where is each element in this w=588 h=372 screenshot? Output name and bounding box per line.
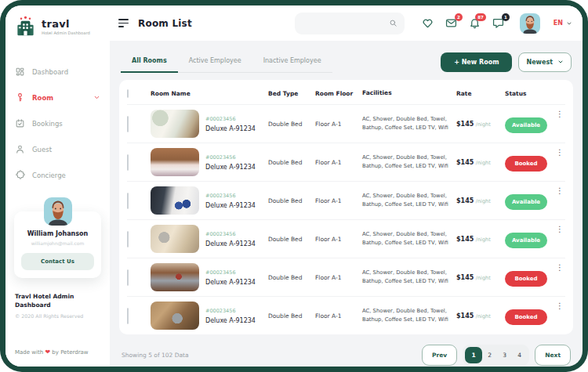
sidebar: travl Hotel Admin Dashboard Dashboard	[5, 5, 110, 367]
sidebar-item-label: Guest	[32, 146, 52, 153]
row-checkbox[interactable]	[127, 193, 129, 209]
search-input[interactable]	[302, 20, 389, 27]
facilities-cell: AC, Shower, Double Bed, Towel, Bathup, C…	[362, 153, 456, 171]
col-bed-type: Bed Type	[268, 90, 315, 97]
puzzle-icon	[15, 170, 25, 180]
user-avatar-button[interactable]	[520, 13, 540, 34]
language-selector[interactable]: EN	[554, 20, 572, 27]
page-number-2[interactable]: 2	[482, 347, 497, 363]
next-page-button[interactable]: Next	[535, 345, 571, 366]
select-all-checkbox[interactable]	[127, 89, 129, 98]
top-bar: Room List	[110, 5, 583, 41]
kebab-menu-icon[interactable]: ⋮	[556, 226, 564, 233]
page-title: Room List	[138, 18, 192, 29]
status-badge: Available	[505, 233, 547, 248]
chevron-down-icon	[93, 94, 100, 101]
room-id: #00023456	[205, 193, 256, 199]
new-room-button[interactable]: + New Room	[441, 52, 512, 72]
table-row: #00023456 Deluxe A-91234 Double Bed Floo…	[127, 219, 565, 258]
rate-value: $145	[456, 274, 474, 281]
contact-us-button[interactable]: Contact Us	[21, 253, 94, 270]
facilities-cell: AC, Shower, Double Bed, Towel, Bathup, C…	[362, 230, 456, 247]
room-photo	[151, 263, 199, 291]
search-box[interactable]	[295, 13, 405, 34]
table-row: #00023456 Deluxe A-91234 Double Bed Floo…	[127, 143, 565, 181]
chevron-down-icon	[566, 20, 572, 27]
col-facilities: Facilities	[362, 88, 456, 98]
sidebar-item-concierge[interactable]: Concierge	[5, 162, 110, 188]
sidebar-item-label: Dashboard	[32, 68, 68, 76]
kebab-menu-icon[interactable]: ⋮	[556, 149, 564, 157]
page-number-1[interactable]: 1	[465, 347, 482, 363]
pagination: Prev 1 2 3 4 Next	[422, 345, 571, 366]
rate-cell: $145 /night	[456, 159, 505, 166]
brand-tagline: Hotel Admin Dashboard	[42, 31, 90, 35]
facilities-cell: AC, Shower, Double Bed, Towel, Bathup, C…	[362, 115, 456, 132]
sidebar-item-label: Bookings	[32, 120, 63, 128]
sidebar-item-bookings[interactable]: Bookings	[5, 110, 110, 136]
user-avatar	[44, 197, 72, 226]
kebab-menu-icon[interactable]: ⋮	[556, 110, 564, 118]
room-name-cell: #00023456 Deluxe A-91234	[205, 231, 256, 247]
tab-inactive-employee[interactable]: Inactive Employee	[252, 51, 332, 72]
kebab-menu-icon[interactable]: ⋮	[556, 264, 564, 272]
brand-logo[interactable]: travl Hotel Admin Dashboard	[5, 5, 110, 43]
row-checkbox[interactable]	[127, 308, 129, 324]
mail-button[interactable]: 2	[445, 17, 457, 29]
page-number-4[interactable]: 4	[512, 347, 527, 363]
row-checkbox[interactable]	[127, 269, 129, 286]
tab-active-employee[interactable]: Active Employee	[178, 51, 252, 72]
room-id: #00023456	[205, 154, 256, 161]
calendar-icon	[15, 118, 25, 128]
row-checkbox[interactable]	[127, 231, 129, 247]
page-number-3[interactable]: 3	[497, 347, 512, 363]
sidebar-item-room[interactable]: Room	[5, 85, 110, 110]
sidebar-item-dashboard[interactable]: Dashboard	[5, 59, 110, 85]
prev-page-button[interactable]: Prev	[422, 345, 457, 366]
sidebar-item-guest[interactable]: Guest	[5, 136, 110, 162]
room-photo	[151, 186, 199, 215]
room-floor-cell: Floor A-1	[315, 121, 362, 128]
col-room-floor: Room Floor	[315, 90, 362, 97]
hamburger-menu-icon[interactable]	[118, 17, 129, 30]
heart-icon: ❤	[45, 349, 50, 356]
kebab-menu-icon[interactable]: ⋮	[556, 302, 564, 310]
bed-type-cell: Double Bed	[268, 159, 315, 166]
room-name: Deluxe A-91234	[205, 240, 256, 247]
kebab-menu-icon[interactable]: ⋮	[556, 187, 564, 195]
sidebar-footer: Travl Hotel Admin Dashboard © 2020 All R…	[15, 292, 100, 319]
room-photo	[151, 225, 199, 253]
room-id: #00023456	[205, 269, 256, 276]
wishlist-button[interactable]	[422, 17, 434, 29]
profile-email: williamjohn@mail.com	[21, 240, 94, 246]
room-name: Deluxe A-91234	[205, 164, 256, 171]
heart-icon	[422, 17, 434, 29]
room-name: Deluxe A-91234	[205, 202, 256, 209]
table-row: #00023456 Deluxe A-91234 Double Bed Floo…	[127, 258, 565, 296]
rate-cell: $145 /night	[456, 197, 505, 204]
status-badge: Available	[505, 194, 547, 210]
room-table: Room Name Bed Type Room Floor Facilities…	[119, 80, 573, 334]
bed-type-cell: Double Bed	[268, 274, 315, 281]
room-name-cell: #00023456 Deluxe A-91234	[205, 269, 256, 286]
search-icon[interactable]	[389, 19, 397, 27]
row-checkbox[interactable]	[127, 154, 129, 171]
messages-button[interactable]: 1	[492, 17, 504, 29]
credit-prefix: Made with	[15, 349, 43, 356]
table-body: #00023456 Deluxe A-91234 Double Bed Floo…	[127, 104, 565, 334]
sort-label: Newest	[526, 59, 553, 66]
tab-all-rooms[interactable]: All Rooms	[121, 51, 178, 73]
profile-avatar	[44, 197, 72, 226]
rate-unit: /night	[476, 121, 491, 128]
bed-type-cell: Double Bed	[268, 121, 315, 128]
rate-cell: $145 /night	[456, 274, 505, 281]
room-floor-cell: Floor A-1	[315, 197, 362, 204]
row-checkbox[interactable]	[127, 116, 129, 132]
profile-card: William Johanson williamjohn@mail.com Co…	[14, 197, 101, 278]
notifications-button[interactable]: 87	[469, 17, 481, 29]
profile-name: William Johanson	[21, 230, 94, 237]
toolbar: All Rooms Active Employee Inactive Emplo…	[119, 51, 573, 73]
table-header-row: Room Name Bed Type Room Floor Facilities…	[127, 82, 565, 104]
sort-dropdown[interactable]: Newest	[518, 52, 572, 72]
status-badge: Booked	[505, 271, 547, 287]
